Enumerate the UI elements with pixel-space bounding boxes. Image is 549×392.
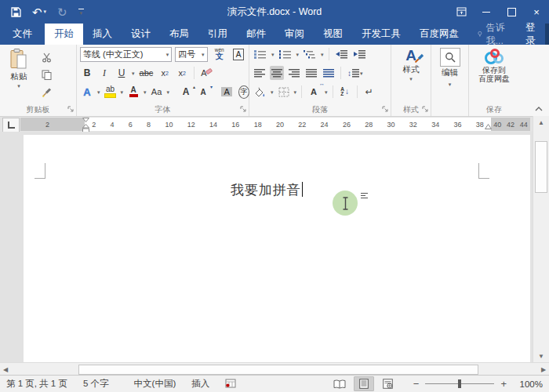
document-page[interactable]: 我要加拼音 (24, 135, 530, 362)
customize-qat-button[interactable]: ▾ (78, 9, 84, 16)
underline-dropdown-icon[interactable]: ▾ (132, 71, 135, 76)
underline-button[interactable]: U (115, 66, 129, 80)
read-mode-button[interactable] (330, 377, 349, 390)
horizontal-scroll-thumb[interactable] (78, 365, 478, 375)
save-button[interactable] (11, 7, 21, 17)
font-name-combobox[interactable]: 等线 (中文正文) ▾ (80, 47, 172, 62)
align-left-button[interactable] (253, 66, 267, 80)
text-effects-button[interactable]: A (80, 85, 94, 99)
line-spacing-button[interactable]: ↕ ▾ (346, 66, 365, 80)
subscript-button[interactable]: x2 (158, 66, 172, 80)
undo-button[interactable]: ↶ ▾ (32, 6, 46, 18)
align-center-button[interactable] (270, 66, 284, 80)
character-scaling-button[interactable]: A↔ (307, 85, 322, 99)
bold-button[interactable]: B (80, 66, 94, 80)
first-line-indent-marker[interactable] (82, 118, 89, 122)
shading-dropdown-icon[interactable]: ▾ (271, 89, 274, 95)
align-right-button[interactable] (287, 66, 301, 80)
zoom-slider-handle[interactable] (458, 379, 461, 388)
format-painter-button[interactable] (39, 85, 53, 99)
word-count[interactable]: 5 个字 (75, 378, 117, 390)
ribbon-tab[interactable]: 开始 (45, 24, 83, 45)
distribute-button[interactable] (322, 66, 336, 80)
maximize-button[interactable] (499, 0, 524, 24)
vertical-scroll-thumb[interactable] (535, 141, 547, 193)
language-indicator[interactable]: 中文(中国) (117, 378, 184, 390)
numbering-dropdown-icon[interactable]: ▾ (296, 52, 300, 57)
font-size-combobox[interactable]: 四号 ▾ (175, 47, 207, 62)
bullets-dropdown-icon[interactable]: ▾ (271, 52, 274, 57)
font-color-button[interactable]: A (126, 85, 140, 99)
character-shading-button[interactable]: A (220, 85, 234, 99)
ribbon-tab[interactable]: 设计 (122, 24, 160, 45)
tell-me-button[interactable]: 告诉我... (468, 24, 516, 45)
tab-file[interactable]: 文件 (0, 24, 45, 45)
font-color-dropdown-icon[interactable]: ▾ (144, 89, 147, 95)
ribbon-display-options-button[interactable] (449, 0, 474, 24)
shrink-font-button[interactable]: A▾ (196, 85, 210, 99)
styles-dialog-launcher[interactable] (422, 104, 428, 114)
italic-button[interactable]: I (97, 66, 111, 80)
redo-button[interactable]: ↻ (57, 6, 67, 18)
paste-button[interactable]: 粘贴 ▾ (3, 47, 35, 99)
paragraph-dialog-launcher[interactable] (382, 104, 388, 114)
change-case-button[interactable]: Aa (150, 85, 164, 99)
clear-formatting-button[interactable]: A (199, 66, 213, 80)
ribbon-tab[interactable]: 邮件 (237, 24, 275, 45)
cut-button[interactable] (39, 50, 53, 64)
right-indent-marker[interactable] (485, 124, 492, 130)
web-layout-button[interactable] (379, 377, 398, 390)
scroll-down-button[interactable]: ▼ (533, 350, 549, 362)
ribbon-tab[interactable]: 引用 (198, 24, 237, 45)
borders-button[interactable] (277, 85, 291, 99)
insert-mode-indicator[interactable]: 插入 (184, 378, 217, 390)
minimize-button[interactable] (474, 0, 499, 24)
shading-button[interactable] (253, 85, 267, 99)
styles-button[interactable]: A 样式 ▾ (391, 45, 431, 82)
print-layout-button[interactable] (354, 376, 374, 391)
tab-selector-button[interactable] (2, 118, 20, 132)
editing-button[interactable]: 编辑 ▾ (431, 48, 468, 88)
character-scaling-dropdown-icon[interactable]: ▾ (325, 89, 328, 95)
sort-button[interactable]: AZ ↓ (338, 85, 352, 99)
ribbon-tab[interactable]: 百度网盘 (410, 24, 468, 45)
ribbon-tab[interactable]: 开发工具 (352, 24, 410, 45)
multilevel-dropdown-icon[interactable]: ▾ (321, 52, 324, 57)
save-to-baidu-button[interactable]: 保存到 百度网盘 (469, 45, 519, 83)
ribbon-tab[interactable]: 布局 (160, 24, 198, 45)
numbering-button[interactable] (278, 47, 293, 61)
justify-button[interactable] (304, 66, 318, 80)
multilevel-list-button[interactable] (302, 47, 318, 61)
share-button[interactable]: 共享 (545, 24, 549, 45)
macro-record-button[interactable] (217, 379, 244, 390)
bullets-button[interactable] (253, 47, 268, 61)
ribbon-tab[interactable]: 插入 (83, 24, 122, 45)
highlight-color-button[interactable]: ab (104, 85, 118, 99)
zoom-slider[interactable] (425, 383, 494, 384)
grow-font-button[interactable]: A▴ (179, 85, 193, 99)
highlight-dropdown-icon[interactable]: ▾ (121, 89, 124, 95)
character-border-button[interactable]: A (231, 47, 245, 61)
font-dialog-launcher[interactable] (240, 104, 246, 114)
phonetic-guide-button[interactable]: wén 文 (211, 47, 229, 61)
ribbon-tab[interactable]: 审阅 (275, 24, 314, 45)
superscript-button[interactable]: x2 (175, 66, 189, 80)
strikethrough-button[interactable]: abc (138, 66, 155, 80)
ribbon-tab[interactable]: 视图 (314, 24, 352, 45)
increase-indent-button[interactable] (352, 47, 367, 61)
clipboard-dialog-launcher[interactable] (67, 104, 74, 114)
zoom-level[interactable]: 100% (513, 379, 543, 389)
copy-button[interactable] (39, 67, 53, 82)
sign-in-button[interactable]: 登录 (516, 24, 545, 45)
collapse-ribbon-button[interactable] (535, 104, 543, 113)
decrease-indent-button[interactable] (334, 47, 349, 61)
show-hide-marks-button[interactable]: ↵ (362, 85, 376, 99)
change-case-dropdown-icon[interactable]: ▾ (167, 89, 170, 95)
text-effects-dropdown-icon[interactable]: ▾ (97, 89, 100, 95)
scroll-up-button[interactable]: ▲ (533, 116, 549, 129)
page-indicator[interactable]: 第 1 页, 共 1 页 (6, 378, 75, 390)
zoom-out-button[interactable]: − (413, 378, 420, 390)
zoom-in-button[interactable]: + (500, 378, 507, 390)
borders-dropdown-icon[interactable]: ▾ (294, 89, 297, 95)
close-button[interactable]: × (524, 0, 549, 24)
